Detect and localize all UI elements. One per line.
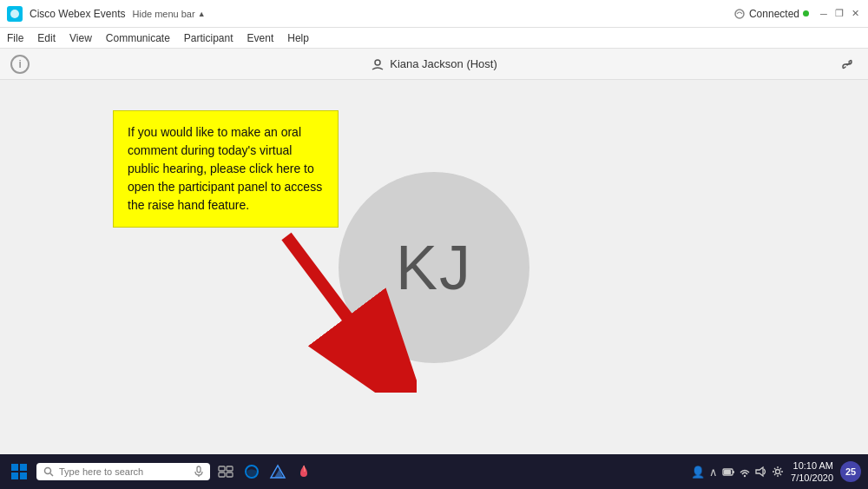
search-input[interactable] xyxy=(59,466,189,477)
red-arrow xyxy=(269,228,417,393)
toolbar: i Kiana Jackson (Host) xyxy=(0,49,868,80)
taskbar-search-icon xyxy=(43,466,54,477)
battery-icon xyxy=(722,466,734,478)
svg-rect-21 xyxy=(11,472,18,479)
info-icon[interactable]: i xyxy=(10,55,30,74)
toolbar-left: i xyxy=(10,55,30,74)
notification-badge[interactable]: 25 xyxy=(840,461,861,482)
app-mountain-icon[interactable] xyxy=(267,461,288,482)
microphone-icon xyxy=(194,466,203,478)
taskbar-time: 10:10 AM 7/10/2020 xyxy=(791,459,833,485)
taskbar: 👤 ∧ 10:10 AM 7/10/2020 xyxy=(0,454,868,489)
menu-help[interactable]: Help xyxy=(287,32,309,44)
svg-rect-36 xyxy=(733,471,734,473)
svg-point-39 xyxy=(776,470,780,474)
expand-tray-icon[interactable]: ∧ xyxy=(709,466,718,479)
toolbar-right xyxy=(838,55,858,74)
system-tray: 👤 ∧ xyxy=(691,466,784,479)
connection-status: Connected xyxy=(733,8,809,20)
start-button[interactable] xyxy=(7,459,31,484)
wifi-icon xyxy=(739,466,751,478)
hide-menu-button[interactable]: Hide menu bar ▲ xyxy=(133,9,206,19)
color-drop-icon[interactable] xyxy=(293,461,314,482)
menu-edit[interactable]: Edit xyxy=(37,32,56,44)
settings-icon xyxy=(772,466,784,478)
svg-point-37 xyxy=(744,475,746,477)
main-content: If you would like to make an oral commen… xyxy=(0,80,868,454)
svg-rect-27 xyxy=(219,466,225,471)
edge-browser-icon[interactable] xyxy=(241,461,262,482)
task-view-icon[interactable] xyxy=(215,461,236,482)
volume-icon xyxy=(755,466,767,478)
tooltip-box[interactable]: If you would like to make an oral commen… xyxy=(113,110,339,228)
webex-logo xyxy=(7,6,23,22)
svg-point-0 xyxy=(10,10,19,18)
menu-bar: File Edit View Communicate Participant E… xyxy=(0,28,868,49)
restore-button[interactable]: ❐ xyxy=(833,8,845,20)
svg-line-4 xyxy=(286,236,391,375)
title-bar: Cisco Webex Events Hide menu bar ▲ Conne… xyxy=(0,0,868,28)
svg-rect-28 xyxy=(227,466,233,471)
minimize-button[interactable]: ─ xyxy=(818,8,830,20)
people-icon: 👤 xyxy=(691,466,705,479)
host-name: Kiana Jackson (Host) xyxy=(390,57,497,70)
close-button[interactable]: ✕ xyxy=(849,8,861,20)
svg-point-23 xyxy=(45,468,51,474)
toolbar-center: Kiana Jackson (Host) xyxy=(371,57,497,71)
link-icon[interactable] xyxy=(838,55,858,74)
signal-icon xyxy=(733,8,746,20)
svg-rect-35 xyxy=(724,470,731,474)
tooltip-text: If you would like to make an oral commen… xyxy=(128,125,322,212)
menu-view[interactable]: View xyxy=(69,32,92,44)
svg-rect-20 xyxy=(20,464,27,471)
svg-rect-25 xyxy=(197,466,201,472)
svg-rect-30 xyxy=(227,472,233,477)
connected-indicator xyxy=(803,10,809,17)
svg-rect-29 xyxy=(219,472,225,477)
app-name: Cisco Webex Events xyxy=(30,8,126,20)
svg-point-2 xyxy=(375,60,380,65)
window-controls: ─ ❐ ✕ xyxy=(818,8,861,20)
svg-marker-38 xyxy=(756,467,763,476)
title-bar-left: Cisco Webex Events Hide menu bar ▲ xyxy=(7,6,206,22)
svg-point-1 xyxy=(735,10,744,18)
windows-logo-icon xyxy=(10,463,28,480)
menu-participant[interactable]: Participant xyxy=(184,32,233,44)
svg-rect-22 xyxy=(20,472,27,479)
menu-file[interactable]: File xyxy=(7,32,23,44)
title-bar-right: Connected ─ ❐ ✕ xyxy=(733,8,861,20)
host-icon xyxy=(371,57,385,71)
svg-line-24 xyxy=(50,473,53,476)
taskbar-left xyxy=(7,459,314,484)
menu-communicate[interactable]: Communicate xyxy=(106,32,170,44)
taskbar-right: 👤 ∧ 10:10 AM 7/10/2020 xyxy=(691,459,861,485)
svg-rect-19 xyxy=(11,464,18,471)
taskbar-search-bar[interactable] xyxy=(36,463,210,480)
menu-event[interactable]: Event xyxy=(247,32,274,44)
